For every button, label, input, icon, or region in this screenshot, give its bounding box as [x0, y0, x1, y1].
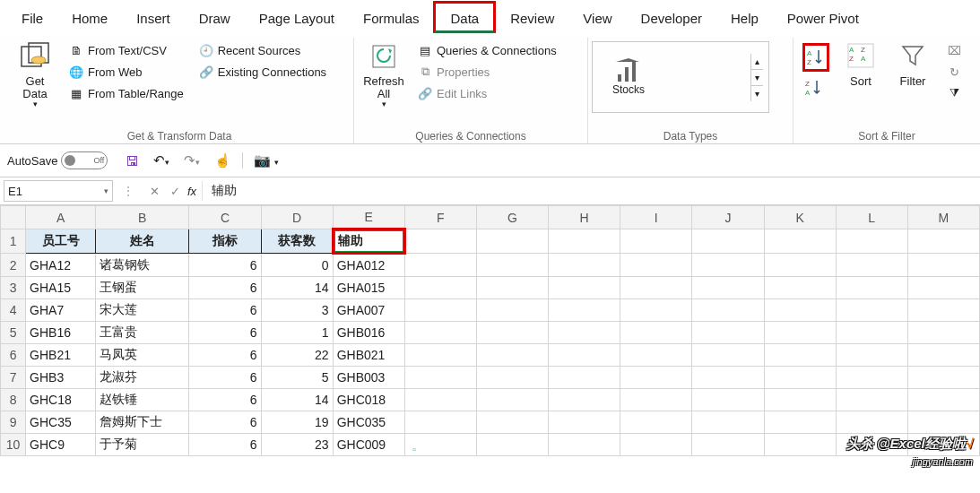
row-header[interactable]: 7: [1, 367, 26, 389]
tab-formulas[interactable]: Formulas: [349, 4, 434, 30]
sort-ascending-button[interactable]: AZ: [802, 43, 829, 72]
row-header[interactable]: 3: [1, 277, 26, 299]
row-header[interactable]: 2: [1, 254, 26, 277]
row-header[interactable]: 8: [1, 389, 26, 411]
camera-button[interactable]: 📷▾: [247, 152, 286, 169]
tab-draw[interactable]: Draw: [185, 4, 245, 30]
autosave-toggle[interactable]: Off: [61, 151, 108, 169]
datatypes-gallery[interactable]: Stocks ▴ ▾ ▾: [592, 41, 769, 113]
datatype-stocks[interactable]: Stocks: [602, 58, 655, 96]
cell[interactable]: GHA7: [26, 299, 96, 322]
split-handle[interactable]: ⋮: [113, 184, 144, 198]
tab-developer[interactable]: Developer: [627, 4, 716, 30]
reapply-filter-button[interactable]: ↻: [944, 61, 967, 82]
from-web-button[interactable]: 🌐 From Web: [66, 61, 186, 82]
col-header[interactable]: M: [907, 206, 979, 229]
cell[interactable]: 宋大莲: [96, 299, 189, 322]
cell[interactable]: GHA15: [26, 277, 96, 299]
cell[interactable]: 6: [189, 434, 261, 456]
select-all-corner[interactable]: [1, 206, 26, 229]
cell[interactable]: 于予菊: [96, 434, 189, 456]
sort-descending-button[interactable]: ZA: [802, 77, 829, 99]
cell[interactable]: 龙淑芬: [96, 367, 189, 389]
cell[interactable]: 14: [261, 277, 333, 299]
cell[interactable]: 王钢蛋: [96, 277, 189, 299]
cell[interactable]: GHB003: [333, 367, 404, 389]
cell[interactable]: 6: [189, 277, 261, 299]
user-header-cell[interactable]: 指标: [189, 229, 261, 254]
tab-data[interactable]: Data: [433, 1, 496, 33]
cell[interactable]: 5: [261, 367, 333, 389]
cell[interactable]: 6: [189, 389, 261, 411]
cell[interactable]: 马凤英: [96, 344, 189, 367]
cell[interactable]: 6: [189, 299, 261, 322]
cell[interactable]: GHA012: [333, 254, 404, 277]
name-box[interactable]: E1 ▾: [4, 180, 113, 202]
cell[interactable]: 王富贵: [96, 322, 189, 344]
cell[interactable]: GHB21: [26, 344, 96, 367]
cell[interactable]: 赵铁锤: [96, 389, 189, 411]
sort-button[interactable]: AZZA Sort: [835, 38, 887, 128]
cell[interactable]: GHC035: [333, 411, 404, 434]
user-header-cell[interactable]: 获客数: [261, 229, 333, 254]
col-header[interactable]: A: [26, 206, 96, 229]
col-header[interactable]: G: [476, 206, 548, 229]
edit-links-button[interactable]: 🔗 Edit Links: [415, 82, 559, 104]
cell[interactable]: GHC018: [333, 389, 404, 411]
cell[interactable]: 0: [261, 254, 333, 277]
cell[interactable]: 1: [261, 322, 333, 344]
tab-help[interactable]: Help: [716, 4, 773, 30]
cell[interactable]: GHC009: [333, 434, 404, 456]
save-button[interactable]: 🖫: [118, 153, 146, 169]
row-header[interactable]: 1: [1, 229, 26, 254]
from-table-range-button[interactable]: ▦ From Table/Range: [66, 82, 186, 104]
cell[interactable]: 6: [189, 411, 261, 434]
col-header[interactable]: K: [764, 206, 836, 229]
tab-page-layout[interactable]: Page Layout: [245, 4, 349, 30]
cell[interactable]: GHC18: [26, 389, 96, 411]
existing-connections-button[interactable]: 🔗 Existing Connections: [196, 61, 328, 82]
active-cell[interactable]: 辅助: [333, 229, 404, 254]
get-data-button[interactable]: Get Data ▾: [9, 38, 61, 128]
row-header[interactable]: 5: [1, 322, 26, 344]
gallery-down-icon[interactable]: ▾: [751, 70, 763, 86]
cell[interactable]: GHB16: [26, 322, 96, 344]
queries-connections-button[interactable]: ▤ Queries & Connections: [415, 39, 559, 61]
cell[interactable]: 22: [261, 344, 333, 367]
advanced-filter-button[interactable]: ⧩: [944, 82, 967, 104]
cell[interactable]: GHA12: [26, 254, 96, 277]
cell[interactable]: GHB3: [26, 367, 96, 389]
col-header[interactable]: J: [692, 206, 764, 229]
cell[interactable]: GHC35: [26, 411, 96, 434]
col-header[interactable]: H: [549, 206, 620, 229]
row-header[interactable]: 10: [1, 434, 26, 456]
row-header[interactable]: 4: [1, 299, 26, 322]
tab-power-pivot[interactable]: Power Pivot: [773, 4, 873, 30]
col-header[interactable]: L: [836, 206, 907, 229]
row-header[interactable]: 9: [1, 411, 26, 434]
col-header[interactable]: I: [620, 206, 692, 229]
touch-mode-button[interactable]: ☝: [207, 152, 238, 169]
formula-input[interactable]: 辅助: [202, 181, 980, 201]
cell[interactable]: 3: [261, 299, 333, 322]
redo-button[interactable]: ↷▾: [177, 152, 207, 169]
col-header[interactable]: B: [96, 206, 189, 229]
col-header[interactable]: F: [404, 206, 476, 229]
cell[interactable]: 6: [189, 322, 261, 344]
col-header[interactable]: C: [189, 206, 261, 229]
sheet-grid[interactable]: A B C D E F G H I J K L M 1 员工号 姓名 指标 获客…: [0, 205, 980, 456]
cell[interactable]: 6: [189, 254, 261, 277]
col-header[interactable]: E: [333, 206, 404, 229]
cell[interactable]: GHB016: [333, 322, 404, 344]
cell[interactable]: GHC9: [26, 434, 96, 456]
fx-label[interactable]: fx: [186, 185, 202, 198]
gallery-more-icon[interactable]: ▾: [751, 86, 763, 101]
cell[interactable]: 19: [261, 411, 333, 434]
row-header[interactable]: 6: [1, 344, 26, 367]
tab-view[interactable]: View: [568, 4, 626, 30]
cell[interactable]: 詹姆斯下士: [96, 411, 189, 434]
cancel-formula-button[interactable]: ✕: [144, 185, 165, 198]
cell[interactable]: GHB021: [333, 344, 404, 367]
user-header-cell[interactable]: 姓名: [96, 229, 189, 254]
col-header[interactable]: D: [261, 206, 333, 229]
